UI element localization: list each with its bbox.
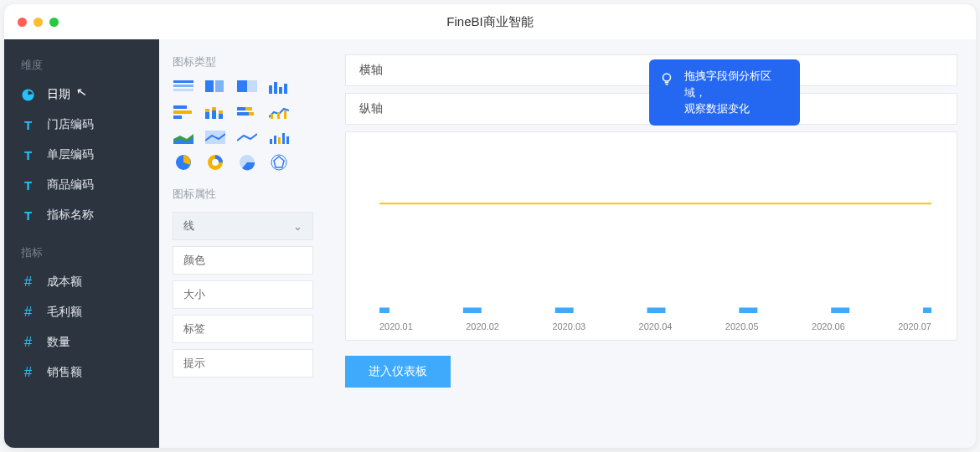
svg-rect-19 [219,114,223,119]
metric-item[interactable]: #销售额 [4,357,159,388]
chart-type-option[interactable] [268,130,290,145]
text-icon: T [21,148,35,162]
svg-marker-41 [274,157,284,167]
svg-rect-25 [271,114,273,119]
metrics-header: 指标 [4,242,159,267]
enter-dashboard-button[interactable]: 进入仪表板 [345,356,451,388]
chart-prop-dropzone[interactable]: 大小 [173,280,313,309]
chart-type-option[interactable] [204,80,226,95]
svg-rect-22 [245,107,252,110]
x-tick-label: 2020.04 [639,321,673,331]
chart-style-dropdown[interactable]: 线 ⌄ [173,212,313,240]
svg-rect-17 [212,110,216,119]
svg-rect-8 [269,85,272,94]
svg-rect-35 [286,136,289,144]
dimension-item[interactable]: T单层编码 [4,140,159,170]
cursor-icon: ↖ [75,84,89,100]
metric-item[interactable]: #数量 [4,327,159,357]
x-tick-label: 2020.02 [466,321,499,331]
svg-rect-24 [249,112,254,116]
app-title: FineBI商业智能 [4,14,976,30]
svg-rect-1 [173,80,193,83]
x-tick-label: 2020.03 [552,321,585,331]
chart-type-option[interactable] [268,105,290,120]
x-tick-label: 2020.05 [725,321,759,331]
dimension-label: 门店编码 [47,117,94,132]
dimension-item[interactable]: T门店编码 [4,110,159,140]
dimensions-header: 维度 [4,54,159,80]
metric-label: 销售额 [47,365,82,380]
chart-type-option[interactable] [236,130,258,145]
x-tick-label: 2020.01 [379,321,413,331]
dimension-label: 日期 [47,87,70,102]
svg-rect-49 [831,307,849,313]
svg-rect-12 [173,105,187,109]
chart-prop-dropzone[interactable]: 标签 [173,315,313,343]
svg-rect-18 [212,107,216,110]
chart-type-option[interactable] [173,155,194,170]
clock-icon [21,88,35,102]
chart-type-option[interactable] [204,105,226,120]
svg-rect-44 [379,307,389,313]
metric-label: 数量 [47,335,70,350]
chart-prop-dropzone[interactable]: 提示 [173,349,313,378]
svg-rect-10 [279,87,282,94]
svg-rect-23 [237,112,249,116]
dimension-item[interactable]: T商品编码 [4,170,159,200]
svg-point-38 [212,159,219,166]
svg-rect-45 [463,307,482,313]
chart-type-option[interactable] [268,80,290,95]
dimension-label: 指标名称 [47,208,94,223]
dropdown-value: 线 [183,218,194,234]
svg-rect-26 [277,112,280,119]
text-icon: T [21,178,35,193]
svg-rect-48 [739,307,757,313]
svg-rect-47 [647,307,666,313]
chart-type-option[interactable] [204,130,226,145]
chevron-down-icon: ⌄ [293,220,302,233]
hint-tooltip: 拖拽字段倒分析区域， 观察数据变化 [649,59,800,126]
svg-rect-5 [215,80,224,92]
chart-type-option[interactable] [173,130,194,145]
hash-icon: # [21,336,35,350]
titlebar: FineBI商业智能 [4,4,976,39]
dimension-item[interactable]: T指标名称 [4,200,159,230]
dimension-label: 商品编码 [47,177,94,193]
line-chart [379,171,931,313]
chart-type-option[interactable] [204,155,226,170]
app-window: FineBI商业智能 维度 日期↖T门店编码T单层编码T商品编码T指标名称 指标… [4,4,976,448]
chart-type-option[interactable] [173,105,194,120]
svg-point-42 [663,74,671,81]
app-body: 维度 日期↖T门店编码T单层编码T商品编码T指标名称 指标 #成本额#毛利额#数… [4,39,976,448]
dimension-item[interactable]: 日期↖ [4,80,159,110]
chart-type-option[interactable] [268,155,290,170]
metric-label: 毛利额 [47,305,82,320]
chart-canvas: 2020.012020.022020.032020.042020.052020.… [345,131,957,341]
chart-type-grid [173,80,313,170]
svg-rect-14 [173,116,182,119]
svg-rect-31 [270,139,272,144]
metric-item[interactable]: #成本额 [4,267,159,297]
chart-type-option[interactable] [236,155,258,170]
config-panel: 图标类型 图标属性 线 ⌄ 颜色大小标签提示 [159,39,327,448]
x-tick-label: 2020.07 [898,321,931,331]
hash-icon: # [21,306,35,320]
lightbulb-icon [659,71,674,86]
svg-rect-9 [274,82,277,94]
svg-rect-34 [282,133,285,144]
chart-type-option[interactable] [236,105,258,120]
chart-type-option[interactable] [236,80,258,95]
svg-rect-16 [205,109,209,112]
hash-icon: # [21,366,35,380]
svg-rect-4 [205,80,214,92]
svg-rect-46 [555,307,574,313]
dimension-label: 单层编码 [47,147,94,162]
svg-rect-3 [173,89,193,91]
text-icon: T [21,208,35,223]
svg-rect-20 [219,110,223,114]
chart-prop-dropzone[interactable]: 颜色 [173,246,313,275]
svg-rect-33 [278,137,281,144]
metric-item[interactable]: #毛利额 [4,297,159,327]
svg-rect-15 [205,112,209,119]
chart-type-option[interactable] [173,80,194,95]
